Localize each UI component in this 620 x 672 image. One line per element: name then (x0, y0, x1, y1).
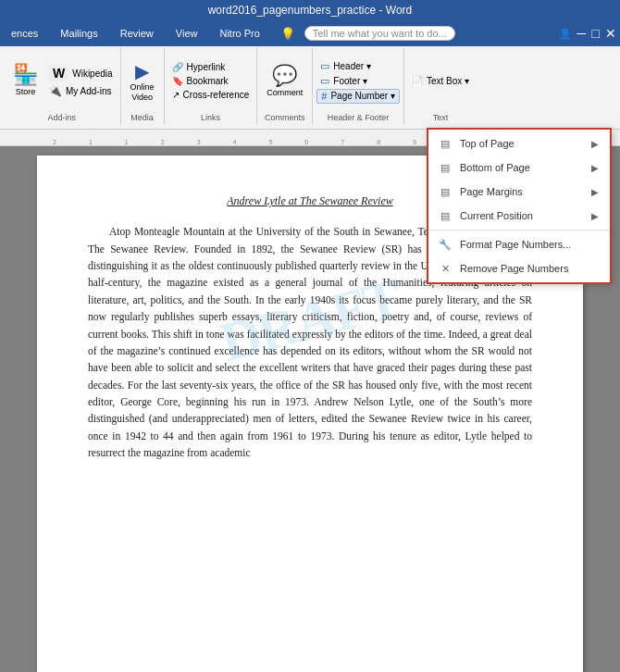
links-label: Links (168, 112, 254, 123)
online-video-button[interactable]: ▶ OnlineVideo (125, 54, 160, 109)
header-button[interactable]: ▭ Header ▾ (316, 59, 400, 73)
bookmark-icon: 🔖 (172, 76, 183, 86)
textbox-button[interactable]: 📄 Text Box ▾ (408, 75, 473, 87)
text-label: Text (408, 112, 473, 123)
page-number-button[interactable]: # Page Number ▾ (316, 89, 400, 104)
footer-button[interactable]: ▭ Footer ▾ (316, 74, 400, 88)
comments-label: Comments (261, 112, 308, 123)
cross-reference-button[interactable]: ↗ Cross-reference (168, 89, 254, 101)
close-btn[interactable]: ✕ (605, 26, 616, 41)
comment-button[interactable]: 💬 Comment (261, 54, 308, 109)
crossref-icon: ↗ (172, 90, 180, 100)
tab-references[interactable]: ences (0, 23, 49, 44)
footer-icon: ▭ (320, 75, 329, 87)
links-group: 🔗 Hyperlink 🔖 Bookmark ↗ Cross-reference (165, 48, 258, 125)
myaddin-icon: 🔌 (49, 85, 62, 97)
page-margins-item[interactable]: ▤ Page Margins ▶ (428, 180, 610, 204)
addins-group: 🏪 Store W Wikipedia 🔌 My Add-ins (4, 48, 121, 125)
text-group: 📄 Text Box ▾ Text (404, 48, 477, 125)
page-number-icon: # (321, 91, 327, 102)
wikipedia-icon: W (49, 65, 68, 81)
comments-group: 💬 Comment Comments (257, 48, 313, 125)
page-margins-icon: ▤ (436, 184, 454, 199)
tab-review[interactable]: Review (109, 23, 165, 44)
header-icon: ▭ (320, 60, 329, 72)
media-label: Media (125, 112, 160, 123)
tab-view[interactable]: View (165, 23, 209, 44)
header-footer-group: ▭ Header ▾ ▭ Footer ▾ # Page Number ▾ (313, 48, 404, 125)
wikipedia-button[interactable]: W Wikipedia (45, 64, 117, 82)
bookmark-button[interactable]: 🔖 Bookmark (168, 75, 254, 87)
app-window: word2016_pagenumbers_practice - Word enc… (0, 0, 620, 672)
hyperlink-button[interactable]: 🔗 Hyperlink (168, 61, 254, 73)
current-position-label: Current Position (460, 210, 533, 221)
title-text: word2016_pagenumbers_practice - Word (208, 4, 413, 17)
tell-me-text: Tell me what you want to do... (313, 28, 447, 39)
header-footer-label: Header & Footer (316, 112, 400, 123)
tab-mailings[interactable]: Mailings (49, 23, 108, 44)
lightbulb-icon: 💡 (280, 27, 295, 41)
minimize-btn[interactable]: ─ (577, 26, 587, 41)
textbox-icon: 📄 (412, 76, 423, 86)
remove-icon: ✕ (436, 261, 454, 276)
current-position-arrow: ▶ (591, 211, 599, 221)
share-icon[interactable]: 👤 (559, 28, 572, 40)
media-group: ▶ OnlineVideo Media (121, 48, 165, 125)
title-bar: word2016_pagenumbers_practice - Word (0, 0, 620, 20)
format-page-numbers-label: Format Page Numbers... (460, 239, 571, 250)
addins-label: Add-ins (7, 112, 117, 123)
hyperlink-icon: 🔗 (172, 62, 183, 72)
remove-page-numbers-label: Remove Page Numbers (460, 263, 568, 274)
menu-bar: ences Mailings Review View Nitro Pro 💡 T… (0, 20, 620, 46)
tell-me-bar[interactable]: Tell me what you want to do... (304, 26, 455, 41)
top-page-arrow: ▶ (591, 139, 599, 149)
ribbon: 🏪 Store W Wikipedia 🔌 My Add-ins (0, 46, 620, 130)
top-of-page-item[interactable]: ▤ Top of Page ▶ (428, 131, 610, 156)
current-position-icon: ▤ (436, 208, 454, 223)
my-addins-button[interactable]: 🔌 My Add-ins (45, 84, 117, 98)
maximize-btn[interactable]: □ (592, 26, 600, 41)
store-icon: 🏪 (13, 65, 38, 85)
remove-page-numbers-item[interactable]: ✕ Remove Page Numbers (428, 256, 610, 280)
bottom-of-page-item[interactable]: ▤ Bottom of Page ▶ (428, 156, 610, 180)
format-icon: 🔧 (436, 237, 454, 252)
page-margins-arrow: ▶ (591, 187, 599, 197)
video-icon: ▶ (135, 60, 149, 82)
menu-divider (428, 230, 610, 230)
page-number-dropdown: ▤ Top of Page ▶ ▤ Bottom of Page ▶ ▤ Pag… (427, 128, 612, 284)
tab-nitro[interactable]: Nitro Pro (208, 23, 270, 44)
bottom-of-page-label: Bottom of Page (460, 162, 530, 173)
bottom-page-icon: ▤ (436, 160, 454, 175)
page-margins-label: Page Margins (460, 186, 523, 197)
window-controls: 👤 ─ □ ✕ (559, 26, 620, 41)
comment-icon: 💬 (272, 64, 297, 88)
top-page-icon: ▤ (436, 136, 454, 151)
store-button[interactable]: 🏪 Store (7, 54, 43, 109)
bottom-page-arrow: ▶ (591, 163, 599, 173)
current-position-item[interactable]: ▤ Current Position ▶ (428, 204, 610, 228)
top-of-page-label: Top of Page (460, 138, 515, 149)
format-page-numbers-item[interactable]: 🔧 Format Page Numbers... (428, 232, 610, 256)
